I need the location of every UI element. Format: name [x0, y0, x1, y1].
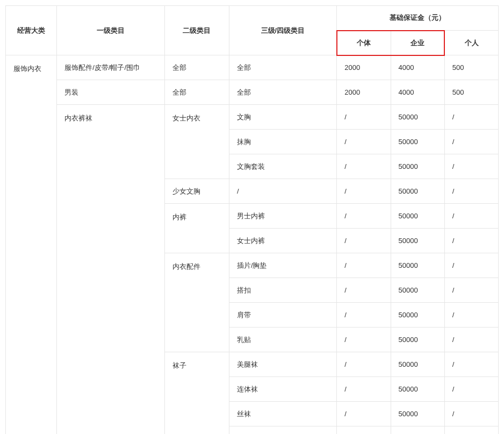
- cell-second: 内裤: [164, 204, 229, 253]
- cell-p2: 50000: [391, 229, 444, 253]
- cell-p1: /: [337, 328, 391, 352]
- cell-p3: /: [444, 278, 498, 303]
- cell-p1: /: [337, 402, 391, 426]
- header-primary: 一级类目: [57, 6, 164, 55]
- cell-second: 全部: [164, 55, 229, 80]
- cell-p1: /: [337, 377, 391, 402]
- cell-second: 全部: [164, 80, 229, 105]
- cell-p2: 50000: [391, 278, 444, 303]
- cell-p2: 4000: [391, 80, 444, 105]
- cell-p3: /: [444, 179, 498, 204]
- cell-third: 抹胸: [229, 130, 336, 154]
- cell-p1: 2000: [337, 80, 391, 105]
- cell-p2: 50000: [391, 130, 444, 154]
- cell-p3: /: [444, 303, 498, 328]
- cell-p1: /: [337, 229, 391, 253]
- cell-p1: /: [337, 352, 391, 377]
- cell-p1: /: [337, 253, 391, 278]
- cell-third: 打底袜: [229, 426, 336, 435]
- cell-p3: /: [444, 426, 498, 435]
- cell-third: 插片/胸垫: [229, 253, 336, 278]
- cell-third: /: [229, 179, 336, 204]
- deposit-table: 经营大类 一级类目 二级类目 三级/四级类目 基础保证金（元） 个体 企业 个人…: [5, 5, 499, 434]
- header-sub-enterprise: 企业: [391, 31, 444, 55]
- cell-p1: /: [337, 154, 391, 179]
- cell-p1: /: [337, 130, 391, 154]
- cell-third: 肩带: [229, 303, 336, 328]
- cell-p2: 50000: [391, 105, 444, 130]
- cell-third: 男士内裤: [229, 204, 336, 229]
- cell-primary: 内衣裤袜: [57, 105, 164, 435]
- cell-third: 连体袜: [229, 377, 336, 402]
- cell-p1: /: [337, 204, 391, 229]
- cell-p3: 500: [444, 80, 498, 105]
- cell-p2: 50000: [391, 426, 444, 435]
- cell-p3: /: [444, 154, 498, 179]
- cell-primary: 男装: [57, 80, 164, 105]
- header-second: 二级类目: [164, 6, 229, 55]
- cell-second: 女士内衣: [164, 105, 229, 179]
- cell-third: 文胸: [229, 105, 336, 130]
- cell-p3: /: [444, 229, 498, 253]
- cell-p1: /: [337, 179, 391, 204]
- cell-third: 女士内裤: [229, 229, 336, 253]
- header-deposit-group: 基础保证金（元）: [337, 6, 499, 31]
- cell-p3: 500: [444, 55, 498, 80]
- cell-p2: 4000: [391, 55, 444, 80]
- header-sub-personal: 个人: [444, 31, 498, 55]
- cell-primary: 服饰配件/皮带/帽子/围巾: [57, 55, 164, 80]
- cell-third: 美腿袜: [229, 352, 336, 377]
- cell-third: 文胸套装: [229, 154, 336, 179]
- header-third: 三级/四级类目: [229, 6, 336, 55]
- cell-p1: /: [337, 303, 391, 328]
- table-body: 服饰内衣服饰配件/皮带/帽子/围巾全部全部20004000500男装全部全部20…: [6, 55, 499, 435]
- cell-p1: 2000: [337, 55, 391, 80]
- header-row-1: 经营大类 一级类目 二级类目 三级/四级类目 基础保证金（元）: [6, 6, 499, 31]
- cell-p3: /: [444, 105, 498, 130]
- table-row: 男装全部全部20004000500: [6, 80, 499, 105]
- cell-p2: 50000: [391, 154, 444, 179]
- cell-p2: 50000: [391, 204, 444, 229]
- cell-second: 少女文胸: [164, 179, 229, 204]
- cell-p3: /: [444, 352, 498, 377]
- cell-third: 搭扣: [229, 278, 336, 303]
- cell-third: 乳贴: [229, 328, 336, 352]
- cell-p2: 50000: [391, 179, 444, 204]
- cell-p3: /: [444, 377, 498, 402]
- cell-third: 全部: [229, 55, 336, 80]
- header-major: 经营大类: [6, 6, 57, 55]
- header-sub-individual-biz: 个体: [337, 31, 391, 55]
- cell-p2: 50000: [391, 253, 444, 278]
- cell-p3: /: [444, 204, 498, 229]
- cell-second: 袜子: [164, 352, 229, 435]
- table-row: 内衣裤袜女士内衣文胸/50000/: [6, 105, 499, 130]
- cell-p3: /: [444, 402, 498, 426]
- cell-p3: /: [444, 130, 498, 154]
- cell-p1: /: [337, 278, 391, 303]
- cell-p3: /: [444, 253, 498, 278]
- cell-p3: /: [444, 328, 498, 352]
- cell-p1: /: [337, 426, 391, 435]
- cell-p2: 50000: [391, 303, 444, 328]
- cell-p2: 50000: [391, 377, 444, 402]
- cell-second: 内衣配件: [164, 253, 229, 352]
- cell-p1: /: [337, 105, 391, 130]
- cell-third: 丝袜: [229, 402, 336, 426]
- table-row: 服饰内衣服饰配件/皮带/帽子/围巾全部全部20004000500: [6, 55, 499, 80]
- cell-p2: 50000: [391, 402, 444, 426]
- cell-major: 服饰内衣: [6, 55, 57, 435]
- cell-p2: 50000: [391, 328, 444, 352]
- cell-third: 全部: [229, 80, 336, 105]
- cell-p2: 50000: [391, 352, 444, 377]
